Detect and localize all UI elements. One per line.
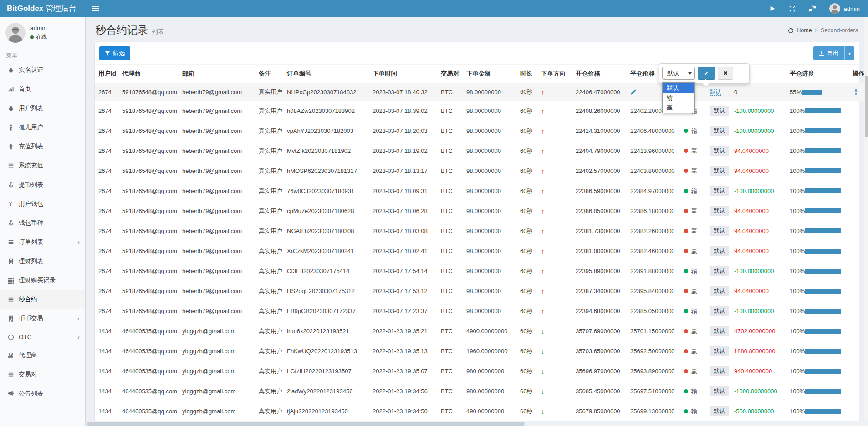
sidebar-item-1[interactable]: 首页 bbox=[0, 80, 85, 99]
control-select[interactable]: 默认 bbox=[662, 67, 695, 80]
cell-order-no: NGAfLh20230307180308 bbox=[283, 221, 369, 241]
sidebar-item-7[interactable]: ¥用户钱包 bbox=[0, 194, 85, 213]
progress-bar bbox=[805, 289, 841, 294]
anchor-icon bbox=[7, 182, 15, 188]
control-badge[interactable]: 默认 bbox=[710, 406, 729, 416]
cell-agent: 591876548@qq.com bbox=[118, 161, 179, 181]
cell-user-id: 1434 bbox=[95, 321, 118, 341]
progress-bar bbox=[805, 349, 841, 354]
cell-progress: 55% bbox=[786, 83, 849, 101]
refresh-icon[interactable] bbox=[809, 5, 816, 12]
direction-up-icon: ↑ bbox=[541, 287, 545, 295]
cell-user-id: 2674 bbox=[95, 201, 118, 221]
control-badge[interactable]: 默认 bbox=[710, 366, 729, 376]
direction-down-icon: ↓ bbox=[541, 367, 545, 375]
sidebar-item-16[interactable]: 交易对 bbox=[0, 365, 85, 384]
export-dropdown-toggle[interactable]: ▾ bbox=[844, 46, 854, 60]
control-badge[interactable]: 默认 bbox=[710, 106, 729, 116]
control-badge[interactable]: 默认 bbox=[710, 186, 729, 196]
control-badge[interactable]: 默认 bbox=[710, 226, 729, 236]
cell-note: 真实用户 bbox=[255, 401, 283, 421]
select-option-0[interactable]: 默认 bbox=[663, 83, 694, 93]
yen-icon: ¥ bbox=[7, 201, 15, 208]
vertical-scrollbar-thumb[interactable] bbox=[865, 76, 868, 137]
fullscreen-icon[interactable] bbox=[789, 5, 796, 12]
sidebar-item-15[interactable]: 代理商 bbox=[0, 346, 85, 365]
horizontal-scrollbar-thumb[interactable] bbox=[87, 422, 525, 426]
sidebar-item-label: 代理商 bbox=[19, 351, 37, 360]
cell-direction: ↑ bbox=[537, 141, 572, 161]
cell-note: 真实用户 bbox=[255, 241, 283, 261]
cell-control: 默认 bbox=[706, 121, 730, 141]
export-button[interactable]: 导出 bbox=[813, 46, 844, 60]
play-icon[interactable] bbox=[769, 5, 776, 12]
control-badge[interactable]: 默认 bbox=[710, 126, 729, 136]
cell-progress: 100% bbox=[786, 261, 849, 281]
cell-profit: 94.04000000 bbox=[730, 221, 786, 241]
sidebar-item-0[interactable]: 实名认证 bbox=[0, 61, 85, 80]
sidebar-item-2[interactable]: 用户列表 bbox=[0, 99, 85, 118]
progress-bar bbox=[805, 228, 841, 233]
control-badge[interactable]: 默认 bbox=[710, 206, 729, 216]
sidebar-item-11[interactable]: 理财购买记录 bbox=[0, 271, 85, 290]
cell-pair: BTC bbox=[437, 121, 463, 141]
app-brand[interactable]: BitGoldex 管理后台 bbox=[0, 0, 86, 17]
navbar-user-menu[interactable]: admin bbox=[829, 3, 860, 14]
sidebar-item-17[interactable]: 公告列表 bbox=[0, 384, 85, 403]
sidebar-item-6[interactable]: 提币列表 bbox=[0, 175, 85, 194]
confirm-button[interactable]: ✔ bbox=[698, 67, 715, 80]
control-badge[interactable]: 默认 bbox=[710, 246, 729, 256]
control-badge[interactable]: 默认 bbox=[710, 266, 729, 276]
breadcrumb-home-link[interactable]: Home bbox=[797, 27, 812, 34]
progress-label: 100% bbox=[790, 328, 805, 335]
chevron-down-icon bbox=[688, 72, 692, 75]
control-badge[interactable]: 默认 bbox=[710, 346, 729, 356]
cell-note: 真实用户 bbox=[255, 141, 283, 161]
edit-close-price-icon[interactable] bbox=[630, 89, 637, 96]
filter-button[interactable]: 筛选 bbox=[99, 46, 130, 60]
cell-duration: 60秒 bbox=[516, 181, 537, 201]
cancel-button[interactable]: ✖ bbox=[718, 67, 733, 80]
control-editable-link[interactable]: 默认 bbox=[710, 88, 721, 96]
sidebar-toggle-icon[interactable] bbox=[86, 0, 106, 17]
cell-agent: 591876548@qq.com bbox=[118, 301, 179, 321]
cell-close-price: 22385.05000000 bbox=[627, 301, 680, 321]
top-navbar: BitGoldex 管理后台 admin bbox=[0, 0, 868, 17]
control-badge[interactable]: 默认 bbox=[710, 326, 729, 336]
cell-pair: BTC bbox=[437, 201, 463, 221]
cell-user-id: 2674 bbox=[95, 121, 118, 141]
control-badge[interactable]: 默认 bbox=[710, 146, 729, 156]
sidebar-item-14[interactable]: OTC‹ bbox=[0, 328, 85, 346]
cell-user-id: 2674 bbox=[95, 141, 118, 161]
cell-control: 默认 bbox=[706, 161, 730, 181]
control-badge[interactable]: 默认 bbox=[710, 166, 729, 176]
sidebar-item-3[interactable]: 孤儿用户 bbox=[0, 118, 85, 137]
sidebar-item-13[interactable]: 币币交易‹ bbox=[0, 309, 85, 328]
cell-open-price: 35696.97000000 bbox=[572, 361, 627, 381]
select-option-1[interactable]: 输 bbox=[663, 93, 694, 103]
sidebar-item-5[interactable]: 系统充值 bbox=[0, 156, 85, 175]
control-badge[interactable]: 默认 bbox=[710, 386, 729, 396]
table-row: 2674591876548@qq.comheberth79@gmail.com真… bbox=[95, 181, 867, 201]
sidebar-item-9[interactable]: 订单列表‹ bbox=[0, 233, 85, 252]
sidebar-item-12[interactable]: 秒合约 bbox=[0, 290, 85, 309]
control-badge[interactable]: 默认 bbox=[710, 286, 729, 296]
sidebar-item-4[interactable]: 充值列表 bbox=[0, 137, 85, 156]
sidebar-item-8[interactable]: 钱包币种 bbox=[0, 213, 85, 233]
cell-duration: 60秒 bbox=[516, 361, 537, 381]
sidebar-item-10[interactable]: 理财列表 bbox=[0, 252, 85, 271]
horizontal-scrollbar[interactable] bbox=[86, 421, 868, 426]
row-actions-button[interactable]: ⋮ bbox=[853, 88, 859, 96]
cell-note: 真实用户 bbox=[255, 161, 283, 181]
cell-email: ylqggzh@gmail.com bbox=[179, 361, 255, 381]
select-option-2[interactable]: 赢 bbox=[663, 103, 694, 113]
cell-agent: 591876548@qq.com bbox=[118, 241, 179, 261]
download-icon bbox=[819, 51, 824, 56]
cell-duration: 60秒 bbox=[516, 201, 537, 221]
direction-down-icon: ↓ bbox=[541, 387, 545, 395]
cell-pair: BTC bbox=[437, 83, 463, 101]
vertical-scrollbar[interactable] bbox=[864, 17, 868, 421]
profit-value: 0 bbox=[734, 89, 737, 96]
control-badge[interactable]: 默认 bbox=[710, 306, 729, 316]
cell-pair: BTC bbox=[437, 101, 463, 121]
